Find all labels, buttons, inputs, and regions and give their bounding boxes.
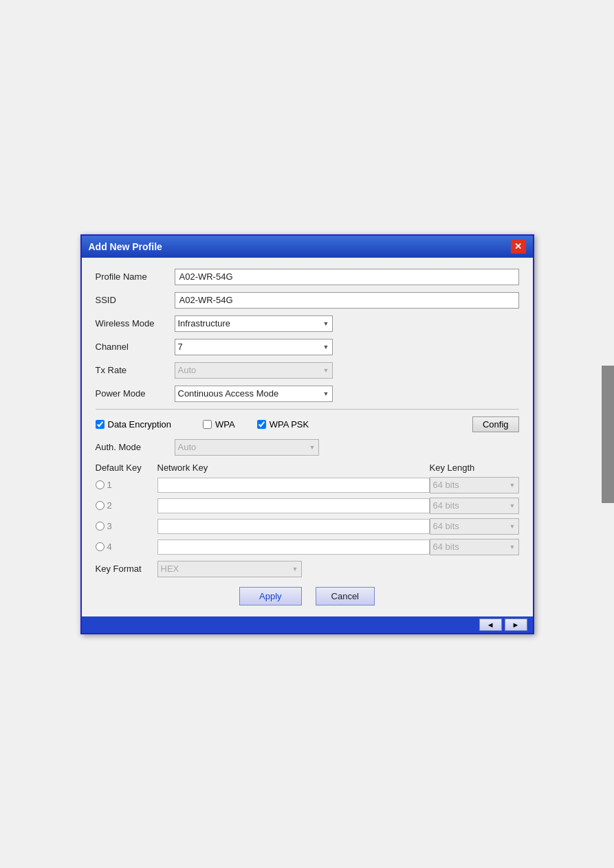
wireless-mode-select[interactable]: Infrastructure Ad-Hoc [175, 315, 333, 332]
data-encryption-checkbox[interactable] [96, 420, 105, 429]
tx-rate-label: Tx Rate [96, 365, 175, 375]
bottom-bar-btn-2[interactable]: ► [505, 619, 527, 631]
key-length-select-3: 64 bits 128 bits [430, 518, 519, 535]
power-mode-row: Power Mode Continuous Access Mode Maximu… [96, 386, 519, 402]
dialog-title: Add New Profile [89, 241, 162, 252]
key-length-header: Key Length [430, 463, 519, 473]
key-row-4: 4 64 bits 128 bits [96, 539, 519, 555]
key-row-1: 1 64 bits 128 bits [96, 477, 519, 493]
auth-mode-select[interactable]: Auto [175, 439, 319, 456]
encryption-row: Data Encryption WPA WPA PSK Config [96, 416, 519, 432]
key-radio-1[interactable] [96, 480, 105, 489]
profile-name-input[interactable] [175, 269, 519, 285]
auth-mode-label: Auth. Mode [96, 442, 175, 452]
auth-mode-row: Auth. Mode Auto [96, 439, 519, 456]
key-radio-label-3: 3 [96, 521, 157, 531]
wpa-psk-label: WPA PSK [270, 419, 309, 430]
wpa-psk-item: WPA PSK [257, 419, 309, 430]
key-length-select-2: 64 bits 128 bits [430, 498, 519, 514]
power-mode-select[interactable]: Continuous Access Mode Maximum Power Sav… [175, 386, 333, 402]
bottom-bar-btn-1[interactable]: ◄ [479, 619, 502, 631]
network-key-header: Network Key [157, 463, 430, 473]
channel-select[interactable]: 7 [175, 339, 333, 355]
ssid-label: SSID [96, 295, 175, 305]
action-row: Apply Cancel [96, 587, 519, 605]
key-length-dropdown-3[interactable]: 64 bits 128 bits [430, 518, 519, 535]
key-input-1[interactable] [157, 478, 430, 493]
ssid-row: SSID [96, 292, 519, 309]
key-row-3: 3 64 bits 128 bits [96, 518, 519, 535]
key-length-dropdown-2[interactable]: 64 bits 128 bits [430, 498, 519, 514]
ssid-input[interactable] [175, 292, 519, 309]
dialog: Add New Profile ✕ Profile Name SSID Wire… [80, 234, 534, 634]
key-input-3[interactable] [157, 519, 430, 534]
wireless-mode-label: Wireless Mode [96, 318, 175, 329]
wpa-label: WPA [215, 419, 235, 430]
tx-rate-select[interactable]: Auto [175, 362, 333, 379]
dialog-titlebar: Add New Profile ✕ [82, 236, 533, 258]
key-row-2: 2 64 bits 128 bits [96, 498, 519, 514]
key-length-select-4: 64 bits 128 bits [430, 539, 519, 555]
key-format-row: Key Format HEX ASCII [96, 561, 519, 577]
data-encryption-item: Data Encryption [96, 419, 172, 430]
channel-label: Channel [96, 342, 175, 352]
key-length-dropdown-4[interactable]: 64 bits 128 bits [430, 539, 519, 555]
key-format-dropdown[interactable]: HEX ASCII [157, 561, 302, 577]
tx-rate-select-wrapper: Auto [175, 362, 333, 379]
close-button[interactable]: ✕ [511, 240, 526, 254]
key-input-2[interactable] [157, 498, 430, 513]
key-radio-2[interactable] [96, 501, 105, 510]
wpa-item: WPA [203, 419, 235, 430]
key-length-select-1: 64 bits 128 bits [430, 477, 519, 493]
data-encryption-label: Data Encryption [108, 419, 172, 430]
key-radio-label-4: 4 [96, 542, 157, 552]
config-button[interactable]: Config [472, 416, 519, 432]
key-radio-3[interactable] [96, 522, 105, 531]
keys-header-row: Default Key Network Key Key Length [96, 463, 519, 473]
key-length-wrapper-1: 64 bits 128 bits [430, 477, 519, 493]
cancel-button[interactable]: Cancel [316, 587, 375, 605]
key-radio-4[interactable] [96, 542, 105, 551]
key-length-wrapper-2: 64 bits 128 bits [430, 498, 519, 514]
key-length-wrapper-3: 64 bits 128 bits [430, 518, 519, 535]
channel-select-wrapper: 7 [175, 339, 333, 355]
key-input-4[interactable] [157, 539, 430, 555]
key-format-wrapper: HEX ASCII [157, 561, 302, 577]
default-key-header: Default Key [96, 463, 157, 473]
profile-name-row: Profile Name [96, 269, 519, 285]
power-mode-label: Power Mode [96, 388, 175, 399]
tx-rate-row: Tx Rate Auto [96, 362, 519, 379]
wireless-mode-row: Wireless Mode Infrastructure Ad-Hoc [96, 315, 519, 332]
auth-mode-select-wrapper: Auto [175, 439, 319, 456]
wireless-mode-select-wrapper: Infrastructure Ad-Hoc [175, 315, 333, 332]
profile-name-label: Profile Name [96, 271, 175, 282]
dialog-body: Profile Name SSID Wireless Mode Infrastr… [82, 258, 533, 616]
apply-button[interactable]: Apply [239, 587, 302, 605]
key-radio-label-1: 1 [96, 480, 157, 490]
power-mode-select-wrapper: Continuous Access Mode Maximum Power Sav… [175, 386, 333, 402]
sidebar-right [602, 366, 614, 503]
wpa-psk-checkbox[interactable] [257, 420, 266, 429]
key-format-select-area: HEX ASCII [157, 561, 302, 577]
key-length-wrapper-4: 64 bits 128 bits [430, 539, 519, 555]
channel-row: Channel 7 [96, 339, 519, 355]
key-format-label: Key Format [96, 564, 157, 574]
key-radio-label-2: 2 [96, 500, 157, 511]
key-length-dropdown-1[interactable]: 64 bits 128 bits [430, 477, 519, 493]
divider-1 [96, 409, 519, 410]
page-wrapper: manualsarchive.com Add New Profile ✕ Pro… [0, 0, 614, 868]
bottom-bar: ◄ ► [82, 616, 533, 633]
wpa-checkbox[interactable] [203, 420, 212, 429]
